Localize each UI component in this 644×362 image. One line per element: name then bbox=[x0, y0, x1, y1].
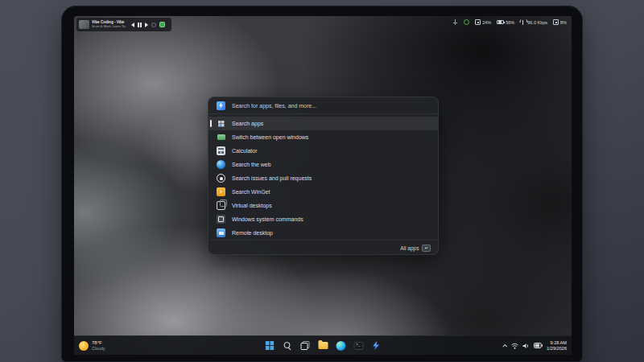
cpu-stat[interactable]: 24% bbox=[475, 19, 491, 25]
calculator-icon bbox=[217, 146, 225, 155]
dim-circle-icon[interactable] bbox=[151, 23, 156, 27]
laptop-screen: Vibe Coding - Vibe Scott & Mark Learn To… bbox=[74, 16, 572, 355]
launcher-item-label: Search the web bbox=[232, 162, 271, 167]
system-tray: 9:28 AM 1/29/2026 bbox=[504, 336, 567, 355]
battery-icon[interactable] bbox=[534, 343, 543, 348]
search-icon bbox=[283, 341, 292, 350]
edge-button[interactable] bbox=[336, 340, 346, 351]
launcher-item-label: Remote desktop bbox=[232, 230, 273, 236]
launcher-footer: All apps ↵ bbox=[208, 240, 438, 256]
selection-indicator bbox=[210, 120, 212, 127]
launcher-item-label: Search WinGet bbox=[232, 189, 270, 195]
powertoys-icon bbox=[373, 341, 379, 350]
launcher-item-calculator[interactable]: Calculator bbox=[208, 144, 438, 158]
tray-time: 9:28 AM bbox=[547, 340, 567, 346]
taskbar: 78°F Cloudy >_ bbox=[74, 335, 572, 355]
taskbar-search-button[interactable] bbox=[283, 340, 293, 351]
launcher-item-winget[interactable]: Search WinGet bbox=[208, 185, 438, 199]
scene-background: Vibe Coding - Vibe Scott & Mark Learn To… bbox=[0, 0, 644, 362]
disk-icon bbox=[553, 19, 559, 25]
start-icon bbox=[266, 341, 275, 350]
plug-icon[interactable] bbox=[452, 19, 458, 25]
media-thumbnail bbox=[79, 20, 89, 29]
github-icon bbox=[217, 174, 225, 183]
launcher-item-label: Virtual desktops bbox=[232, 203, 272, 208]
window-switch-icon bbox=[217, 133, 225, 142]
launcher-item-remote-desktop[interactable]: Remote desktop bbox=[208, 226, 438, 240]
globe-icon bbox=[217, 160, 225, 169]
chevron-up-icon[interactable] bbox=[503, 343, 508, 348]
terminal-button[interactable]: >_ bbox=[353, 340, 364, 351]
file-explorer-icon bbox=[318, 342, 328, 349]
edge-icon bbox=[336, 341, 345, 351]
all-apps-button[interactable]: All apps bbox=[400, 245, 419, 251]
cpu-value: 24% bbox=[482, 20, 491, 25]
system-status-bar: 24% 56% 96.0 Kbps 8% bbox=[452, 19, 567, 25]
media-controls bbox=[131, 22, 165, 27]
disk-value: 8% bbox=[560, 20, 567, 25]
tray-date: 1/29/2026 bbox=[547, 346, 567, 352]
green-ring-icon[interactable] bbox=[464, 19, 469, 25]
command-palette: Search for apps, files, and more... Sear… bbox=[208, 97, 439, 255]
system-commands-icon bbox=[217, 215, 225, 224]
start-button[interactable] bbox=[265, 340, 275, 351]
tray-clock[interactable]: 9:28 AM 1/29/2026 bbox=[547, 340, 567, 352]
file-explorer-button[interactable] bbox=[318, 340, 328, 351]
launcher-item-search-apps[interactable]: Search apps bbox=[208, 117, 438, 130]
command-list: Search apps Switch between open windows … bbox=[208, 114, 438, 240]
pause-icon[interactable] bbox=[138, 23, 142, 27]
launcher-item-search-web[interactable]: Search the web bbox=[208, 158, 438, 171]
launcher-item-github-search[interactable]: Search issues and pull requests bbox=[208, 171, 438, 185]
launcher-item-virtual-desktops[interactable]: Virtual desktops bbox=[208, 199, 438, 212]
wifi-icon[interactable] bbox=[511, 343, 518, 349]
launcher-item-label: Switch between open windows bbox=[232, 134, 308, 140]
media-player-overlay[interactable]: Vibe Coding - Vibe Scott & Mark Learn To… bbox=[76, 18, 171, 31]
remote-desktop-icon bbox=[217, 228, 225, 237]
enter-key-icon: ↵ bbox=[422, 245, 431, 252]
laptop-device: Vibe Coding - Vibe Scott & Mark Learn To… bbox=[61, 6, 583, 362]
task-view-icon bbox=[301, 341, 310, 350]
green-app-icon[interactable] bbox=[159, 22, 165, 27]
network-stat[interactable]: 96.0 Kbps bbox=[520, 19, 547, 25]
launcher-item-switch-windows[interactable]: Switch between open windows bbox=[208, 130, 438, 144]
weather-condition: Cloudy bbox=[92, 346, 105, 351]
network-value: 96.0 Kbps bbox=[527, 20, 547, 25]
virtual-desktops-icon bbox=[217, 201, 225, 210]
powertoys-bolt-icon bbox=[217, 101, 225, 110]
memory-stat[interactable]: 56% bbox=[497, 20, 514, 25]
memory-icon bbox=[497, 20, 504, 25]
weather-temperature: 78°F bbox=[92, 340, 105, 346]
taskbar-weather-widget[interactable]: 78°F Cloudy bbox=[79, 336, 105, 355]
volume-icon[interactable] bbox=[522, 343, 530, 349]
search-input[interactable]: Search for apps, files, and more... bbox=[208, 97, 438, 113]
memory-value: 56% bbox=[506, 20, 514, 25]
launcher-item-label: Windows system commands bbox=[232, 216, 303, 222]
launcher-item-label: Search issues and pull requests bbox=[232, 175, 312, 181]
terminal-icon: >_ bbox=[353, 342, 363, 350]
launcher-item-system-commands[interactable]: Windows system commands bbox=[208, 212, 438, 226]
previous-icon[interactable] bbox=[131, 23, 134, 27]
weather-text: 78°F Cloudy bbox=[92, 340, 105, 352]
task-view-button[interactable] bbox=[300, 340, 311, 351]
next-icon[interactable] bbox=[145, 23, 148, 27]
sun-icon bbox=[79, 341, 89, 351]
apps-grid-icon bbox=[217, 119, 225, 128]
media-subtitle: Scott & Mark Learn To... bbox=[92, 25, 127, 29]
launcher-item-label: Calculator bbox=[232, 148, 258, 154]
winget-icon bbox=[217, 187, 225, 196]
launcher-item-label: Search apps bbox=[232, 121, 263, 126]
media-text: Vibe Coding - Vibe Scott & Mark Learn To… bbox=[92, 20, 127, 28]
taskbar-center-icons: >_ bbox=[265, 336, 382, 355]
cpu-icon bbox=[475, 19, 481, 25]
network-icon bbox=[520, 19, 526, 25]
search-placeholder: Search for apps, files, and more... bbox=[232, 103, 316, 109]
disk-stat[interactable]: 8% bbox=[553, 19, 567, 25]
powertoys-button[interactable] bbox=[371, 340, 382, 351]
